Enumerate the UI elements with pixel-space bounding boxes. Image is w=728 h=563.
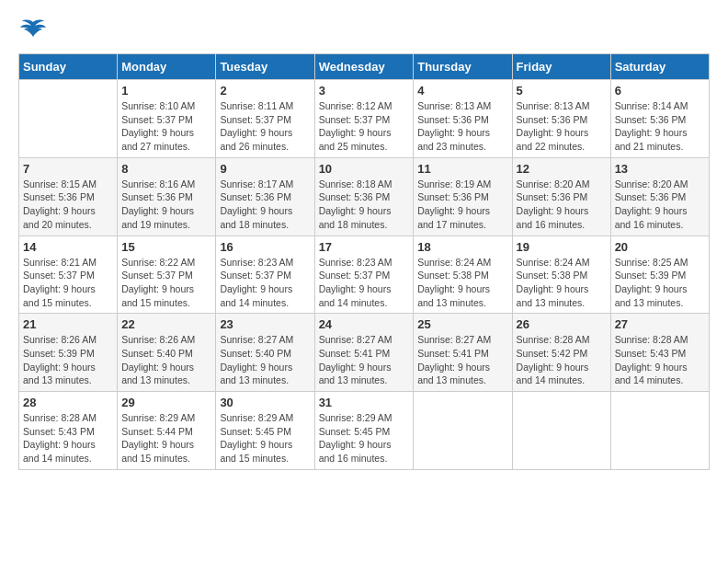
calendar-cell: 18Sunrise: 8:24 AM Sunset: 5:38 PM Dayli… — [414, 236, 512, 314]
day-number: 19 — [517, 240, 607, 254]
day-info: Sunrise: 8:27 AM Sunset: 5:41 PM Dayligh… — [417, 333, 507, 387]
day-info: Sunrise: 8:24 AM Sunset: 5:38 PM Dayligh… — [517, 256, 607, 310]
calendar-cell: 5Sunrise: 8:13 AM Sunset: 5:36 PM Daylig… — [512, 80, 610, 158]
calendar-cell: 11Sunrise: 8:19 AM Sunset: 5:36 PM Dayli… — [414, 157, 512, 236]
day-info: Sunrise: 8:16 AM Sunset: 5:36 PM Dayligh… — [121, 178, 211, 232]
day-number: 20 — [615, 240, 705, 254]
calendar-cell: 31Sunrise: 8:29 AM Sunset: 5:45 PM Dayli… — [314, 392, 414, 470]
day-of-week-header: Saturday — [610, 54, 709, 80]
day-info: Sunrise: 8:24 AM Sunset: 5:38 PM Dayligh… — [417, 256, 507, 310]
day-number: 16 — [220, 240, 310, 254]
calendar-week-row: 14Sunrise: 8:21 AM Sunset: 5:37 PM Dayli… — [19, 236, 710, 314]
day-number: 2 — [220, 84, 310, 98]
calendar-cell: 21Sunrise: 8:26 AM Sunset: 5:39 PM Dayli… — [19, 314, 118, 392]
calendar-cell: 19Sunrise: 8:24 AM Sunset: 5:38 PM Dayli… — [512, 236, 610, 314]
calendar-cell: 6Sunrise: 8:14 AM Sunset: 5:36 PM Daylig… — [610, 80, 709, 158]
day-info: Sunrise: 8:20 AM Sunset: 5:36 PM Dayligh… — [517, 178, 607, 232]
calendar-cell: 14Sunrise: 8:21 AM Sunset: 5:37 PM Dayli… — [19, 236, 118, 314]
calendar-cell: 20Sunrise: 8:25 AM Sunset: 5:39 PM Dayli… — [610, 236, 709, 314]
day-info: Sunrise: 8:18 AM Sunset: 5:36 PM Dayligh… — [319, 178, 410, 232]
day-number: 9 — [220, 162, 310, 176]
day-info: Sunrise: 8:11 AM Sunset: 5:37 PM Dayligh… — [220, 99, 310, 154]
day-info: Sunrise: 8:14 AM Sunset: 5:36 PM Dayligh… — [615, 99, 705, 154]
day-number: 10 — [319, 162, 410, 176]
day-number: 27 — [615, 317, 705, 331]
day-number: 17 — [319, 240, 410, 254]
calendar-cell: 25Sunrise: 8:27 AM Sunset: 5:41 PM Dayli… — [414, 314, 512, 392]
day-number: 18 — [417, 240, 507, 254]
day-info: Sunrise: 8:21 AM Sunset: 5:37 PM Dayligh… — [23, 256, 113, 310]
day-info: Sunrise: 8:29 AM Sunset: 5:45 PM Dayligh… — [319, 411, 410, 465]
day-info: Sunrise: 8:27 AM Sunset: 5:40 PM Dayligh… — [220, 333, 310, 387]
calendar-table: SundayMondayTuesdayWednesdayThursdayFrid… — [18, 53, 710, 470]
day-info: Sunrise: 8:27 AM Sunset: 5:41 PM Dayligh… — [319, 333, 410, 387]
calendar-cell: 17Sunrise: 8:23 AM Sunset: 5:37 PM Dayli… — [314, 236, 414, 314]
day-info: Sunrise: 8:28 AM Sunset: 5:42 PM Dayligh… — [517, 333, 607, 387]
calendar-week-row: 21Sunrise: 8:26 AM Sunset: 5:39 PM Dayli… — [19, 314, 710, 392]
day-number: 5 — [517, 84, 607, 98]
day-number: 6 — [615, 84, 705, 98]
calendar-cell: 15Sunrise: 8:22 AM Sunset: 5:37 PM Dayli… — [118, 236, 216, 314]
calendar-cell: 28Sunrise: 8:28 AM Sunset: 5:43 PM Dayli… — [19, 392, 118, 470]
calendar-cell: 2Sunrise: 8:11 AM Sunset: 5:37 PM Daylig… — [216, 80, 314, 158]
calendar-header-row: SundayMondayTuesdayWednesdayThursdayFrid… — [19, 54, 710, 80]
calendar-cell: 27Sunrise: 8:28 AM Sunset: 5:43 PM Dayli… — [610, 314, 709, 392]
day-info: Sunrise: 8:26 AM Sunset: 5:39 PM Dayligh… — [23, 333, 113, 387]
day-number: 26 — [517, 317, 607, 331]
day-info: Sunrise: 8:10 AM Sunset: 5:37 PM Dayligh… — [121, 99, 211, 154]
day-number: 3 — [319, 84, 410, 98]
day-number: 4 — [417, 84, 507, 98]
day-of-week-header: Thursday — [414, 54, 512, 80]
calendar-cell: 9Sunrise: 8:17 AM Sunset: 5:36 PM Daylig… — [216, 157, 314, 236]
calendar-cell: 10Sunrise: 8:18 AM Sunset: 5:36 PM Dayli… — [314, 157, 414, 236]
calendar-cell: 1Sunrise: 8:10 AM Sunset: 5:37 PM Daylig… — [118, 80, 216, 158]
logo-bird-icon — [20, 18, 46, 39]
day-info: Sunrise: 8:26 AM Sunset: 5:40 PM Dayligh… — [121, 333, 211, 387]
day-info: Sunrise: 8:20 AM Sunset: 5:36 PM Dayligh… — [615, 178, 705, 232]
day-number: 23 — [220, 317, 310, 331]
day-of-week-header: Monday — [118, 54, 216, 80]
day-info: Sunrise: 8:13 AM Sunset: 5:36 PM Dayligh… — [417, 99, 507, 154]
day-of-week-header: Tuesday — [216, 54, 314, 80]
day-number: 8 — [121, 162, 211, 176]
calendar-cell — [414, 392, 512, 470]
day-of-week-header: Sunday — [19, 54, 118, 80]
day-info: Sunrise: 8:17 AM Sunset: 5:36 PM Dayligh… — [220, 178, 310, 232]
day-number: 25 — [417, 317, 507, 331]
day-info: Sunrise: 8:13 AM Sunset: 5:36 PM Dayligh… — [517, 99, 607, 154]
calendar-cell: 8Sunrise: 8:16 AM Sunset: 5:36 PM Daylig… — [118, 157, 216, 236]
day-of-week-header: Wednesday — [314, 54, 414, 80]
calendar-cell: 24Sunrise: 8:27 AM Sunset: 5:41 PM Dayli… — [314, 314, 414, 392]
day-info: Sunrise: 8:28 AM Sunset: 5:43 PM Dayligh… — [615, 333, 705, 387]
day-number: 1 — [121, 84, 211, 98]
day-info: Sunrise: 8:22 AM Sunset: 5:37 PM Dayligh… — [121, 256, 211, 310]
calendar-week-row: 28Sunrise: 8:28 AM Sunset: 5:43 PM Dayli… — [19, 392, 710, 470]
day-number: 30 — [220, 396, 310, 409]
day-info: Sunrise: 8:15 AM Sunset: 5:36 PM Dayligh… — [23, 178, 113, 232]
day-number: 28 — [23, 396, 113, 409]
day-number: 13 — [615, 162, 705, 176]
calendar-cell: 23Sunrise: 8:27 AM Sunset: 5:40 PM Dayli… — [216, 314, 314, 392]
calendar-cell — [19, 80, 118, 158]
day-number: 22 — [121, 317, 211, 331]
calendar-cell: 7Sunrise: 8:15 AM Sunset: 5:36 PM Daylig… — [19, 157, 118, 236]
day-number: 21 — [23, 317, 113, 331]
day-number: 29 — [121, 396, 211, 409]
day-info: Sunrise: 8:25 AM Sunset: 5:39 PM Dayligh… — [615, 256, 705, 310]
calendar-cell: 22Sunrise: 8:26 AM Sunset: 5:40 PM Dayli… — [118, 314, 216, 392]
day-of-week-header: Friday — [512, 54, 610, 80]
calendar-cell: 4Sunrise: 8:13 AM Sunset: 5:36 PM Daylig… — [414, 80, 512, 158]
day-info: Sunrise: 8:29 AM Sunset: 5:45 PM Dayligh… — [220, 411, 310, 465]
calendar-cell: 13Sunrise: 8:20 AM Sunset: 5:36 PM Dayli… — [610, 157, 709, 236]
calendar-week-row: 1Sunrise: 8:10 AM Sunset: 5:37 PM Daylig… — [19, 80, 710, 158]
calendar-cell: 16Sunrise: 8:23 AM Sunset: 5:37 PM Dayli… — [216, 236, 314, 314]
day-info: Sunrise: 8:12 AM Sunset: 5:37 PM Dayligh… — [319, 99, 410, 154]
calendar-cell: 12Sunrise: 8:20 AM Sunset: 5:36 PM Dayli… — [512, 157, 610, 236]
calendar-cell: 3Sunrise: 8:12 AM Sunset: 5:37 PM Daylig… — [314, 80, 414, 158]
day-info: Sunrise: 8:28 AM Sunset: 5:43 PM Dayligh… — [23, 411, 113, 465]
calendar-cell — [512, 392, 610, 470]
day-number: 24 — [319, 317, 410, 331]
day-number: 31 — [319, 396, 410, 409]
calendar-cell: 30Sunrise: 8:29 AM Sunset: 5:45 PM Dayli… — [216, 392, 314, 470]
logo — [18, 18, 46, 39]
